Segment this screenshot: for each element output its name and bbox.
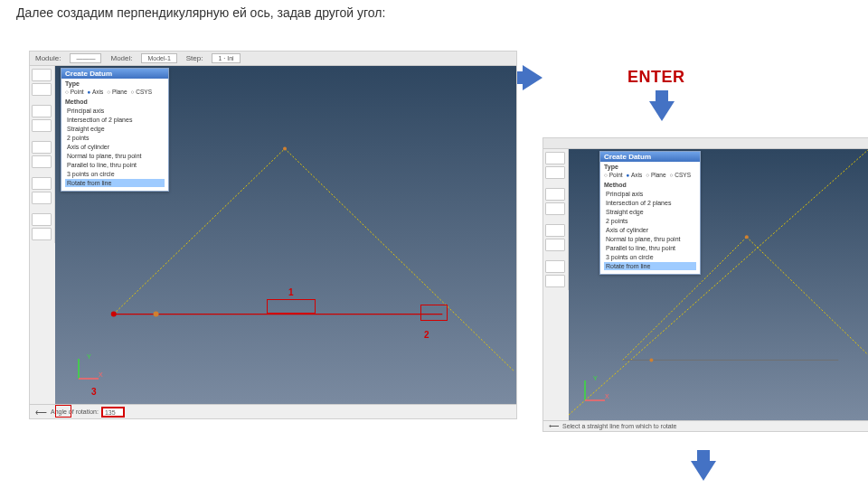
palette-button[interactable] [545,239,565,251]
palette-button[interactable] [32,105,52,117]
palette-button[interactable] [545,166,565,179]
step-label: Step: [186,54,203,62]
top-toolbar: Module: ——— Model: Model-1 Step: 1 · Ini [30,52,516,66]
method-item[interactable]: 2 points [604,217,696,225]
step-select[interactable]: 1 · Ini [212,53,240,63]
create-datum-dialog[interactable]: Create Datum Type Point Axis Plane CSYS … [599,151,701,275]
model-label: Model: [110,54,132,62]
tool-palette [543,149,569,290]
status-bar: ⟵ Angle of rotation: 135 [30,404,516,418]
palette-button[interactable] [545,260,565,273]
module-label: Module: [35,54,61,62]
radio-point[interactable]: Point [604,172,623,178]
svg-line-9 [747,237,868,355]
model-select[interactable]: Model-1 [141,53,176,63]
radio-plane[interactable]: Plane [107,89,127,95]
radio-point[interactable]: Point [65,89,84,95]
method-list[interactable]: Principal axis Intersection of 2 planes … [61,105,168,191]
radio-plane[interactable]: Plane [646,172,665,178]
palette-button[interactable] [545,152,565,164]
viewport[interactable]: Y X Create Datum Type Point Axis Plane C… [569,149,868,420]
annotation-2: 2 [424,330,429,340]
tool-palette [30,66,55,243]
svg-point-13 [649,358,653,361]
method-section-label: Method [600,180,700,188]
arrow-right-icon [523,65,542,90]
palette-button[interactable] [32,83,52,96]
palette-button[interactable] [545,224,565,237]
arrow-down-icon [649,101,675,121]
method-item[interactable]: Parallel to line, thru point [65,161,165,169]
svg-line-1 [285,149,514,372]
highlight-box-2 [420,305,448,321]
create-datum-dialog[interactable]: Create Datum Type Point Axis Plane CSYS … [61,68,169,192]
palette-button[interactable] [545,275,565,287]
orientation-triad: Y X [581,377,609,404]
palette-button[interactable] [32,155,52,168]
method-item-selected[interactable]: Rotate from line [604,262,696,270]
axis-x-label: X [605,393,609,399]
top-toolbar [543,138,868,149]
svg-point-4 [283,147,287,151]
method-item[interactable]: Straight edge [65,125,165,133]
method-list[interactable]: Principal axis Intersection of 2 planes … [600,188,700,274]
palette-button[interactable] [32,228,52,240]
method-item[interactable]: 3 points on circle [65,170,165,178]
page-caption: Далее создадим перпендикулярную ей ось, … [16,5,385,20]
status-prompt: Select a straight line from which to rot… [562,423,676,429]
palette-button[interactable] [32,141,52,154]
annotation-1: 1 [288,287,294,297]
method-item[interactable]: Parallel to line, thru point [604,244,696,252]
method-item[interactable]: Principal axis [65,107,165,115]
dialog-title: Create Datum [600,152,700,162]
highlight-box-1 [267,299,316,314]
type-radios[interactable]: Point Axis Plane CSYS [61,87,168,97]
svg-point-5 [154,312,159,317]
palette-button[interactable] [32,119,52,132]
palette-button[interactable] [545,188,565,201]
screenshot-right: Y X Create Datum Type Point Axis Plane C… [542,137,868,432]
svg-point-12 [745,235,749,239]
enter-label: ENTER [627,68,685,87]
module-select[interactable]: ——— [70,53,101,63]
method-item[interactable]: 3 points on circle [604,253,696,261]
annotation-3: 3 [91,387,97,397]
radio-csys[interactable]: CSYS [670,172,691,178]
type-section-label: Type [61,79,168,87]
status-bar: ⟵ Select a straight line from which to r… [543,420,868,431]
method-item[interactable]: Axis of cylinder [604,226,696,234]
method-item[interactable]: Intersection of 2 planes [604,199,696,207]
method-item[interactable]: 2 points [65,134,165,142]
method-item[interactable]: Normal to plane, thru point [604,235,696,243]
arrow-down-icon [691,461,716,481]
screenshot-left: Module: ——— Model: Model-1 Step: 1 · Ini [29,51,517,419]
type-section-label: Type [600,162,700,170]
method-item[interactable]: Straight edge [604,208,696,216]
method-item[interactable]: Intersection of 2 planes [65,116,165,124]
axis-y-label: Y [593,375,598,381]
method-item[interactable]: Normal to plane, thru point [65,152,165,160]
angle-input[interactable]: 135 [102,408,124,417]
type-radios[interactable]: Point Axis Plane CSYS [600,170,700,180]
axis-y-label: Y [87,353,91,360]
palette-button[interactable] [32,213,52,226]
axis-x-label: X [99,371,103,378]
dialog-title: Create Datum [61,69,168,79]
highlight-box-3 [55,405,71,418]
viewport[interactable]: 1 2 Y X Create Datum Type Point Axis Pla… [55,66,516,404]
palette-button[interactable] [545,202,565,215]
radio-axis[interactable]: Axis [627,172,643,178]
orientation-triad: Y X [75,355,102,382]
palette-button[interactable] [32,69,52,81]
palette-button[interactable] [32,192,52,204]
method-item[interactable]: Axis of cylinder [65,143,165,151]
method-section-label: Method [61,97,168,105]
method-item-selected[interactable]: Rotate from line [65,179,165,187]
radio-csys[interactable]: CSYS [131,89,152,95]
palette-button[interactable] [32,177,52,190]
svg-point-3 [111,312,117,317]
radio-axis[interactable]: Axis [88,89,104,95]
method-item[interactable]: Principal axis [604,190,696,198]
